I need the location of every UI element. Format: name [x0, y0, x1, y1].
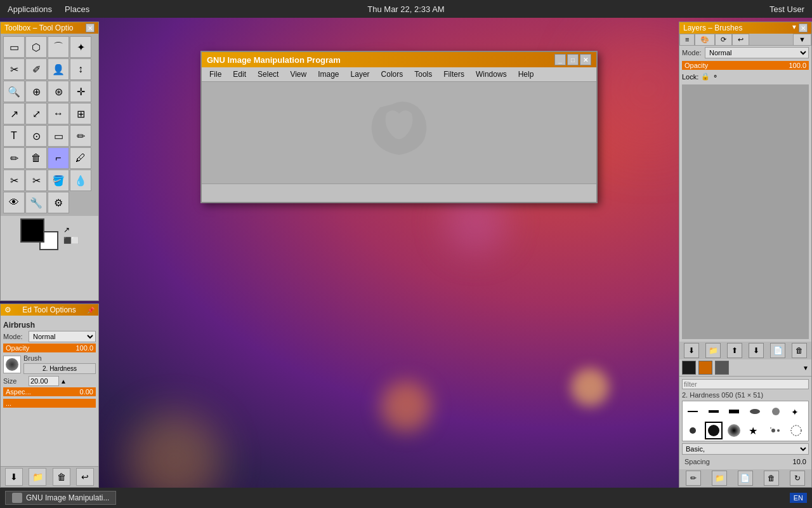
tool-free-select[interactable]: ⌒ — [48, 36, 69, 58]
brush-cell-8-selected[interactable] — [705, 422, 723, 439]
tool-rect-select[interactable]: ▭ — [3, 36, 25, 58]
layers-lock-alpha-icon[interactable]: ⚬ — [712, 72, 718, 81]
tool-fuzzy-select[interactable]: ✦ — [70, 36, 91, 58]
layers-menu-btn[interactable]: ▼ — [791, 23, 797, 32]
layers-tab-paths[interactable]: ⟳ — [715, 34, 732, 46]
tool-options-pin[interactable]: 📌 — [87, 307, 95, 314]
layer-raise[interactable]: ⬆ — [727, 343, 742, 358]
tool-eraser[interactable]: 🗑 — [25, 147, 47, 169]
gimp-close-button[interactable]: ✕ — [580, 54, 591, 65]
brush-cell-4[interactable] — [746, 403, 764, 420]
layer-preview-area[interactable] — [682, 84, 809, 339]
options-bottom-icon-3[interactable]: 🗑 — [53, 468, 70, 486]
gimp-maximize-button[interactable]: □ — [567, 54, 579, 65]
brush-cell-7[interactable] — [684, 422, 702, 439]
tool-paintbrush[interactable]: ✏ — [3, 147, 25, 169]
tool-pencil[interactable]: ✏ — [70, 125, 91, 147]
size-input[interactable] — [29, 376, 59, 386]
tool-zoom[interactable]: ↕ — [70, 58, 91, 80]
layers-opacity-bar[interactable]: Opacity 100.0 — [682, 61, 809, 70]
gimp-menu-file[interactable]: File — [204, 69, 226, 80]
layer-delete[interactable]: 🗑 — [792, 343, 807, 358]
extra-bar[interactable]: ... — [3, 399, 96, 408]
brush-filter-input[interactable] — [682, 379, 809, 389]
tool-magnify[interactable]: 🔍 — [3, 81, 25, 102]
layer-duplicate[interactable]: 📄 — [770, 343, 785, 358]
brush-cell-1[interactable] — [684, 403, 702, 420]
size-adjust-btn[interactable]: ▲ — [60, 378, 67, 385]
brush-cell-5[interactable] — [767, 403, 785, 420]
layers-tab-layers[interactable]: ≡ — [679, 34, 695, 46]
brush-cell-10[interactable]: ★ — [746, 422, 764, 439]
gimp-menu-view[interactable]: View — [285, 69, 311, 80]
layers-refresh-btn[interactable]: ↻ — [790, 471, 805, 486]
tool-clone[interactable]: ✂ — [3, 170, 25, 191]
gimp-canvas[interactable] — [202, 82, 596, 184]
options-bottom-icon-1[interactable]: ⬇ — [5, 468, 23, 486]
brush-cell-12[interactable] — [787, 422, 805, 439]
tool-ink[interactable]: 🖊 — [70, 147, 91, 169]
layers-export-btn[interactable]: 📄 — [738, 471, 753, 486]
brush-cell-11[interactable] — [767, 422, 785, 439]
options-bottom-icon-2[interactable]: 📁 — [29, 468, 46, 486]
layers-open-btn[interactable]: 📁 — [712, 471, 727, 486]
brush-cell-6[interactable]: ✦ — [787, 403, 805, 420]
brush-category-select[interactable]: Basic, — [682, 443, 809, 455]
foreground-color[interactable] — [20, 218, 44, 243]
brush-cell-2[interactable] — [705, 403, 723, 420]
gimp-menu-select[interactable]: Select — [252, 69, 284, 80]
opacity-bar[interactable]: Opacity 100.0 — [3, 344, 96, 352]
tool-scissors[interactable]: ✂ — [3, 58, 25, 80]
color-swatches-expand[interactable]: ▼ — [802, 361, 809, 375]
tool-scale[interactable]: ⤢ — [25, 103, 47, 124]
taskbar-lang-badge[interactable]: EN — [790, 493, 807, 503]
gimp-menu-filters[interactable]: Filters — [438, 69, 469, 80]
layer-new-from-visible[interactable]: ⬇ — [684, 343, 699, 358]
tool-ellipse-select[interactable]: ⬡ — [25, 36, 47, 58]
layers-mode-select[interactable]: Normal — [705, 47, 809, 58]
layers-close-button[interactable]: ✕ — [799, 23, 808, 32]
gimp-menu-colors[interactable]: Colors — [376, 69, 409, 80]
gimp-menu-edit[interactable]: Edit — [228, 69, 251, 80]
swap-colors-btn[interactable]: ↗ — [63, 225, 79, 234]
brush-cell-9[interactable] — [725, 422, 743, 439]
brush-name-button[interactable]: 2. Hardness — [23, 363, 96, 374]
layers-lock-pos-icon[interactable]: 🔒 — [701, 72, 710, 81]
tool-heal[interactable]: ✂ — [25, 170, 47, 191]
aspect-bar[interactable]: Aspec... 0.00 — [3, 387, 96, 396]
layers-edit-btn[interactable]: ✏ — [686, 471, 701, 486]
toolbox-close-button[interactable]: ✕ — [86, 23, 95, 32]
places-menu[interactable]: Places — [65, 4, 89, 14]
layers-tab-channels[interactable]: 🎨 — [695, 34, 715, 46]
gimp-menu-layer[interactable]: Layer — [346, 69, 375, 80]
tool-shear[interactable]: ↗ — [3, 103, 25, 124]
tool-convolve[interactable]: 💧 — [70, 170, 91, 191]
layer-lower[interactable]: ⬇ — [749, 343, 764, 358]
brush-preview[interactable] — [3, 356, 21, 373]
brush-cell-3[interactable] — [725, 403, 743, 420]
tool-airbrush[interactable]: ⌐ — [48, 147, 69, 169]
default-colors-btn[interactable]: ⬛⬜ — [63, 237, 79, 244]
tool-burn[interactable]: 🔧 — [25, 192, 47, 213]
swatch-dark[interactable] — [682, 361, 696, 375]
tool-move[interactable]: ✛ — [70, 81, 91, 102]
tool-bucket-fill[interactable]: ⊙ — [25, 125, 47, 147]
mode-select[interactable]: Normal — [29, 331, 96, 342]
layers-tab-undo[interactable]: ↩ — [732, 34, 749, 46]
gimp-menu-tools[interactable]: Tools — [409, 69, 437, 80]
tool-paths[interactable]: ✐ — [25, 58, 47, 80]
tool-dodge[interactable]: 👁 — [3, 192, 25, 213]
tool-smudge[interactable]: 🪣 — [48, 170, 69, 191]
tool-flip[interactable]: ⊞ — [70, 103, 91, 124]
gimp-menu-help[interactable]: Help — [513, 69, 539, 80]
layers-options-btn[interactable]: ▼ — [793, 34, 811, 46]
layers-delete-btn[interactable]: 🗑 — [764, 471, 779, 486]
swatch-orange[interactable] — [698, 361, 712, 375]
gimp-minimize-button[interactable]: _ — [554, 54, 566, 65]
tool-wrap[interactable]: ⚙ — [48, 192, 69, 213]
swatch-gray[interactable] — [715, 361, 729, 375]
tool-color-picker[interactable]: 👤 — [48, 58, 69, 80]
layer-new[interactable]: 📁 — [705, 343, 721, 358]
tool-rotate[interactable]: ⊛ — [48, 81, 69, 102]
tool-blend[interactable]: ▭ — [48, 125, 69, 147]
